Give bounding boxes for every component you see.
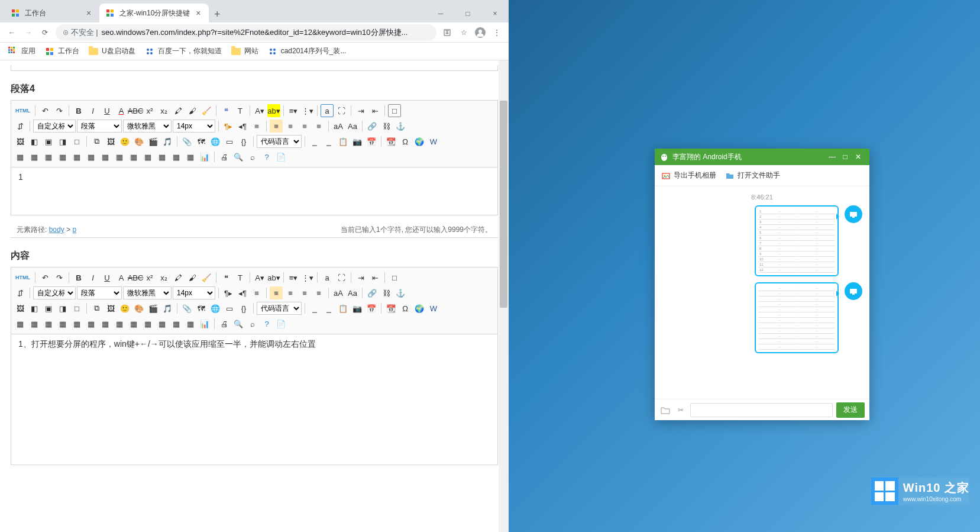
table-delete-button[interactable]: ▦ [28, 317, 41, 330]
print-button[interactable]: 🖨 [218, 150, 231, 163]
qq-image-bubble[interactable]: 1······· 2······· 3······· 4······· 5···… [755, 205, 839, 276]
anchor-button[interactable]: ⚓ [394, 120, 407, 133]
qq-message-input[interactable] [690, 403, 833, 417]
align-right-button[interactable]: ≡ [298, 286, 311, 299]
table-delete-button[interactable]: ▦ [28, 150, 41, 163]
case-upper-button[interactable]: aA [332, 286, 345, 299]
emoji-button[interactable]: 🙂 [118, 135, 131, 148]
time-button[interactable]: 📆 [384, 302, 397, 315]
underline-button[interactable]: U [101, 104, 114, 117]
fontsize-select[interactable]: 14px [173, 120, 215, 133]
reload-button[interactable]: ⟳ [37, 24, 53, 41]
fontfamily-select[interactable]: 微软雅黑 [123, 120, 172, 133]
merge-button[interactable]: ▦ [127, 150, 140, 163]
col-after-button[interactable]: ▦ [85, 150, 98, 163]
plaintext-button[interactable]: T [234, 104, 247, 117]
clearformat-button[interactable]: 🧹 [200, 271, 213, 284]
split-button[interactable]: ▦ [141, 150, 154, 163]
time-button[interactable]: 📆 [384, 135, 397, 148]
image-center-button[interactable]: ▣ [42, 135, 55, 148]
lineheight-button[interactable]: ⇵ [14, 120, 27, 133]
image-none-button[interactable]: □ [70, 135, 83, 148]
date-button[interactable]: 📅 [365, 302, 378, 315]
html-source-button[interactable]: HTML [14, 271, 32, 284]
superscript-button[interactable]: x² [143, 271, 156, 284]
merge-cells-button[interactable]: ▦ [170, 317, 183, 330]
vertical-scrollbar[interactable] [499, 60, 509, 532]
redo-button[interactable]: ↷ [53, 104, 66, 117]
quote-button[interactable]: ❝ [219, 271, 232, 284]
flash-button[interactable]: ⧉ [90, 135, 103, 148]
qq-folder-button[interactable] [659, 404, 671, 416]
draft-button[interactable]: 📄 [274, 150, 287, 163]
fontcolor-button[interactable]: A [115, 271, 128, 284]
preview-button[interactable]: 🔍 [232, 317, 245, 330]
split-button[interactable]: ▦ [141, 317, 154, 330]
map-button[interactable]: 🗺 [195, 135, 208, 148]
map-button[interactable]: 🗺 [195, 302, 208, 315]
align-justify-button[interactable]: ≡ [312, 120, 325, 133]
menu-button[interactable]: ⋮ [489, 24, 505, 41]
pagebreak-button[interactable]: ⎯ [322, 135, 335, 148]
col-before-button[interactable]: ▦ [70, 150, 83, 163]
webapp-button[interactable]: 🌍 [413, 302, 426, 315]
paint-button[interactable]: 🎨 [132, 302, 145, 315]
code-button[interactable]: {} [237, 302, 250, 315]
image-button[interactable]: 🖼 [14, 302, 27, 315]
gmap-button[interactable]: 🌐 [209, 302, 222, 315]
fontcolor-button[interactable]: A [115, 104, 128, 117]
date-button[interactable]: 📅 [365, 135, 378, 148]
split-rows-button[interactable]: ▦ [156, 317, 169, 330]
frame-button[interactable]: ▭ [223, 302, 236, 315]
bgcolor-button[interactable]: ab▾ [267, 104, 280, 117]
selectall-button[interactable]: a [321, 271, 334, 284]
qq-minimize-button[interactable]: — [826, 149, 839, 165]
align-none-button[interactable]: ≡ [250, 286, 263, 299]
close-button[interactable]: × [481, 5, 509, 22]
back-button[interactable]: ← [4, 24, 20, 41]
italic-button[interactable]: I [86, 104, 99, 117]
maximize-button[interactable]: □ [454, 5, 481, 22]
image-button[interactable]: 🖼 [14, 135, 27, 148]
align-left-button[interactable]: ≡ [270, 286, 283, 299]
row-delete-button[interactable]: ▦ [99, 317, 112, 330]
pagebreak-button[interactable]: ⎯ [322, 302, 335, 315]
paint-button[interactable]: 🎨 [132, 135, 145, 148]
video-button[interactable]: 🎬 [147, 135, 160, 148]
lineheight-button[interactable]: ⇵ [14, 286, 27, 299]
split-rows-button[interactable]: ▦ [156, 150, 169, 163]
multi-image-button[interactable]: 🖼 [104, 135, 117, 148]
row-before-button[interactable]: ▦ [42, 317, 55, 330]
image-none-button[interactable]: □ [70, 302, 83, 315]
outdent-button[interactable]: ⇤ [368, 104, 381, 117]
tab-close-button[interactable]: × [84, 8, 93, 18]
find-button[interactable]: ⌕ [246, 150, 259, 163]
ltr-button[interactable]: ¶▸ [222, 120, 235, 133]
qq-maximize-button[interactable]: □ [839, 149, 852, 165]
unordered-list-button[interactable]: ⋮▾ [301, 271, 314, 284]
indent-button[interactable]: ⇥ [354, 104, 367, 117]
anchor-button[interactable]: ⚓ [394, 286, 407, 299]
qq-sender-avatar[interactable] [845, 205, 862, 223]
image-right-button[interactable]: ◨ [56, 135, 69, 148]
cell-props-button[interactable]: ▦ [184, 317, 197, 330]
qq-close-button[interactable]: ✕ [852, 149, 865, 165]
hr-button[interactable]: ⎯ [308, 302, 321, 315]
codelang-select[interactable]: 代码语言 [257, 135, 302, 148]
highlight-button[interactable]: 🖍 [172, 104, 185, 117]
row-after-button[interactable]: ▦ [56, 150, 69, 163]
qq-titlebar[interactable]: 李富翔的 Android手机 — □ ✕ [655, 149, 869, 165]
bgcolor-button[interactable]: ab▾ [267, 271, 280, 284]
ltr-button[interactable]: ¶▸ [222, 286, 235, 299]
profile-avatar-icon[interactable] [472, 24, 489, 41]
minimize-button[interactable]: ─ [427, 5, 454, 22]
align-right-button[interactable]: ≡ [298, 120, 311, 133]
codelang-select[interactable]: 代码语言 [257, 302, 302, 315]
fontfamily-select[interactable]: 微软雅黑 [123, 286, 172, 299]
col-after-button[interactable]: ▦ [85, 317, 98, 330]
align-center-button[interactable]: ≡ [284, 286, 297, 299]
multi-image-button[interactable]: 🖼 [104, 302, 117, 315]
cell-props-button[interactable]: ▦ [184, 150, 197, 163]
special-char-button[interactable]: Ω [399, 302, 412, 315]
gmap-button[interactable]: 🌐 [209, 135, 222, 148]
